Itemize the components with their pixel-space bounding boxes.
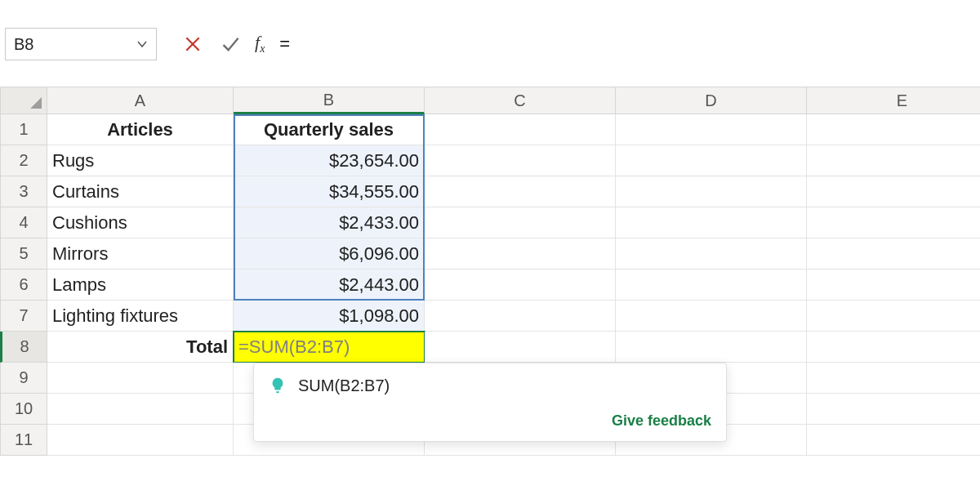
fx-icon[interactable]: fx bbox=[255, 32, 265, 56]
cell[interactable] bbox=[616, 207, 807, 238]
cell-article[interactable]: Lighting fixtures bbox=[47, 301, 234, 332]
cell[interactable] bbox=[807, 301, 980, 332]
enter-button[interactable] bbox=[217, 31, 243, 57]
col-header-d[interactable]: D bbox=[616, 87, 807, 114]
cell[interactable] bbox=[425, 207, 616, 238]
cell[interactable] bbox=[807, 238, 980, 270]
cell[interactable] bbox=[616, 301, 807, 332]
cell[interactable] bbox=[807, 425, 980, 456]
row-1: 1 Articles Quarterly sales bbox=[0, 114, 980, 145]
cell-a1[interactable]: Articles bbox=[47, 114, 234, 145]
row-8: 8 Total =SUM(B2:B7) bbox=[0, 332, 980, 363]
cell[interactable] bbox=[616, 270, 807, 301]
row-head[interactable]: 10 bbox=[0, 394, 47, 425]
formula-suggestion-popup: SUM(B2:B7) Give feedback bbox=[253, 363, 727, 442]
formula-controls: fx bbox=[180, 31, 265, 57]
cell[interactable] bbox=[425, 270, 616, 301]
cell[interactable] bbox=[807, 145, 980, 176]
cell[interactable] bbox=[616, 238, 807, 270]
row-4: 4 Cushions $2,433.00 bbox=[0, 207, 980, 238]
row-head[interactable]: 1 bbox=[0, 114, 47, 145]
cell[interactable] bbox=[425, 301, 616, 332]
name-box[interactable]: B8 bbox=[5, 28, 157, 60]
x-icon bbox=[184, 35, 202, 53]
row-head[interactable]: 3 bbox=[0, 176, 47, 207]
cell-sales[interactable]: $2,443.00 bbox=[234, 270, 425, 301]
cell[interactable] bbox=[425, 332, 616, 363]
cell[interactable] bbox=[425, 238, 616, 270]
check-icon bbox=[220, 34, 240, 54]
row-6: 6 Lamps $2,443.00 bbox=[0, 270, 980, 301]
row-head[interactable]: 11 bbox=[0, 425, 47, 456]
row-head[interactable]: 6 bbox=[0, 270, 47, 301]
cell[interactable] bbox=[807, 176, 980, 207]
row-head[interactable]: 4 bbox=[0, 207, 47, 238]
cell-sales[interactable]: $2,433.00 bbox=[234, 207, 425, 238]
spreadsheet-grid: A B C D E 1 Articles Quarterly sales 2 R… bbox=[0, 87, 980, 490]
formula-input[interactable] bbox=[276, 28, 980, 60]
cell[interactable] bbox=[807, 363, 980, 394]
col-header-a[interactable]: A bbox=[47, 87, 234, 114]
col-header-e[interactable]: E bbox=[807, 87, 980, 114]
row-3: 3 Curtains $34,555.00 bbox=[0, 176, 980, 207]
chevron-down-icon[interactable] bbox=[136, 38, 148, 50]
cell-e1[interactable] bbox=[807, 114, 980, 145]
col-header-b[interactable]: B bbox=[234, 87, 425, 114]
cell-article[interactable]: Lamps bbox=[47, 270, 234, 301]
cell[interactable] bbox=[616, 176, 807, 207]
cell-d1[interactable] bbox=[616, 114, 807, 145]
row-head[interactable]: 9 bbox=[0, 363, 47, 394]
col-header-c[interactable]: C bbox=[425, 87, 616, 114]
cell[interactable] bbox=[807, 207, 980, 238]
cell[interactable] bbox=[616, 332, 807, 363]
cell[interactable] bbox=[616, 145, 807, 176]
cell-total-label[interactable]: Total bbox=[47, 332, 234, 363]
row-head[interactable]: 5 bbox=[0, 238, 47, 270]
cell[interactable] bbox=[425, 145, 616, 176]
give-feedback-link[interactable]: Give feedback bbox=[612, 412, 711, 430]
cell[interactable] bbox=[47, 425, 234, 456]
cell-article[interactable]: Mirrors bbox=[47, 238, 234, 270]
cell-article[interactable]: Cushions bbox=[47, 207, 234, 238]
cell-sales[interactable]: $6,096.00 bbox=[234, 238, 425, 270]
row-2: 2 Rugs $23,654.00 bbox=[0, 145, 980, 176]
lightbulb-icon bbox=[269, 375, 287, 396]
cancel-button[interactable] bbox=[180, 31, 206, 57]
column-headers: A B C D E bbox=[0, 87, 980, 114]
cell[interactable] bbox=[807, 394, 980, 425]
cell-article[interactable]: Rugs bbox=[47, 145, 234, 176]
cell-sales[interactable]: $34,555.00 bbox=[234, 176, 425, 207]
formula-bar: B8 fx bbox=[0, 24, 980, 64]
cell-sales[interactable]: $23,654.00 bbox=[234, 145, 425, 176]
cell-article[interactable]: Curtains bbox=[47, 176, 234, 207]
row-7: 7 Lighting fixtures $1,098.00 bbox=[0, 301, 980, 332]
cell-sales[interactable]: $1,098.00 bbox=[234, 301, 425, 332]
cell[interactable] bbox=[807, 332, 980, 363]
suggestion-item[interactable]: SUM(B2:B7) bbox=[254, 363, 726, 408]
select-all-corner[interactable] bbox=[0, 87, 47, 114]
suggestion-text: SUM(B2:B7) bbox=[298, 376, 390, 395]
cell[interactable] bbox=[425, 176, 616, 207]
row-head[interactable]: 7 bbox=[0, 301, 47, 332]
cell-reference: B8 bbox=[14, 35, 33, 54]
cell[interactable] bbox=[807, 270, 980, 301]
cell-c1[interactable] bbox=[425, 114, 616, 145]
row-head[interactable]: 2 bbox=[0, 145, 47, 176]
cell[interactable] bbox=[47, 363, 234, 394]
cell-b1[interactable]: Quarterly sales bbox=[234, 114, 425, 145]
row-head[interactable]: 8 bbox=[0, 332, 47, 363]
cell[interactable] bbox=[47, 394, 234, 425]
cell-editing[interactable]: =SUM(B2:B7) bbox=[234, 332, 425, 363]
row-5: 5 Mirrors $6,096.00 bbox=[0, 238, 980, 270]
